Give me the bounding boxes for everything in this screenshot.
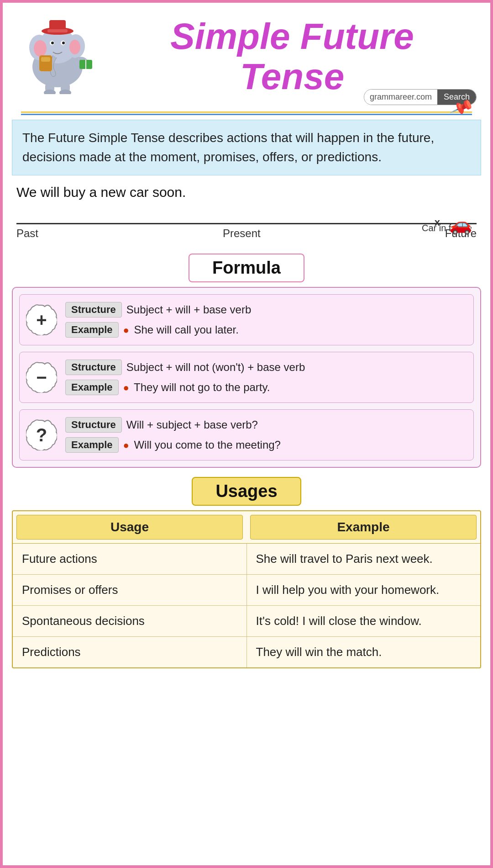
- formula-card-0: + StructureSubject + will + base verbExa…: [19, 294, 474, 345]
- usages-table: Usage Example Future actions She will tr…: [12, 510, 481, 668]
- svg-rect-12: [47, 29, 68, 32]
- example-cell-1: I will help you with your homework.: [247, 575, 481, 605]
- usages-title: Usages: [215, 482, 277, 501]
- usage-cell-2: Spontaneous decisions: [13, 606, 247, 636]
- usages-title-container: Usages: [3, 477, 490, 506]
- usage-cell-3: Predictions: [13, 637, 247, 667]
- structure-row-0: StructureSubject + will + base verb: [65, 302, 466, 318]
- structure-row-2: StructureWill + subject + base verb?: [65, 417, 466, 433]
- title-line1: Simple Future: [170, 16, 414, 57]
- svg-point-5: [69, 40, 80, 54]
- usage-cell-1: Promises or offers: [13, 575, 247, 605]
- svg-rect-14: [41, 57, 50, 62]
- divider-lines: [21, 111, 472, 115]
- svg-point-3: [34, 40, 47, 57]
- formula-card-2: ? StructureWill + subject + base verb?Ex…: [19, 409, 474, 460]
- timeline-labels: Past Present Future: [16, 227, 477, 240]
- formula-icon-0: +: [26, 304, 57, 335]
- example-cell-2: It's cold! I will close the window.: [247, 606, 481, 636]
- description-text: The Future Simple Tense describes action…: [22, 131, 434, 164]
- example-sentence-text: We will buy a new car soon.: [16, 185, 186, 200]
- formula-title-container: Formula: [3, 254, 490, 282]
- example-row-2: Example● Will you come to the meeting?: [65, 437, 466, 453]
- structure-text-0: Subject + will + base verb: [122, 303, 251, 316]
- usages-table-header: Usage Example: [13, 511, 480, 544]
- example-text-1: ● They will not go to the party.: [119, 381, 270, 394]
- usage-cell-0: Future actions: [13, 544, 247, 574]
- svg-point-7: [51, 42, 54, 44]
- title-line2: Tense: [240, 56, 344, 97]
- usages-col1-header: Usage: [16, 515, 243, 540]
- usages-row-2: Spontaneous decisions It's cold! I will …: [13, 606, 480, 637]
- timeline-line: x 🚗: [16, 223, 477, 224]
- usages-col2-header: Example: [250, 515, 477, 540]
- usages-rows: Future actions She will travel to Paris …: [13, 544, 480, 667]
- divider-section: 📌: [12, 111, 481, 115]
- example-sentence: We will buy a new car soon.: [16, 185, 477, 200]
- example-text-0: ● She will call you later.: [119, 323, 239, 336]
- formula-icon-1: −: [26, 362, 57, 393]
- usages-row-3: Predictions They will win the match.: [13, 637, 480, 667]
- timeline: Car in future x 🚗 Past Present Future: [16, 223, 477, 240]
- example-text-2: ● Will you come to the meeting?: [119, 439, 281, 451]
- structure-label-2: Structure: [65, 417, 122, 433]
- formula-cards: + StructureSubject + will + base verbExa…: [12, 287, 481, 468]
- example-label-1: Example: [65, 380, 119, 395]
- example-label-0: Example: [65, 322, 119, 338]
- example-cell-0: She will travel to Paris next week.: [247, 544, 481, 574]
- elephant-svg: [16, 12, 99, 94]
- usages-row-0: Future actions She will travel to Paris …: [13, 544, 480, 575]
- header: Simple Future Tense grammareer.com Searc…: [3, 3, 490, 110]
- timeline-car-icon: 🚗: [449, 214, 472, 235]
- structure-row-1: StructureSubject + will not (won't) + ba…: [65, 360, 466, 375]
- yellow-line: [21, 111, 472, 113]
- formula-title-box: Formula: [189, 254, 304, 282]
- elephant-mascot: [16, 12, 108, 96]
- usages-title-box: Usages: [192, 477, 301, 506]
- blue-line: [21, 114, 472, 115]
- pin-container: 📌: [451, 98, 472, 117]
- example-label-2: Example: [65, 437, 119, 453]
- description-box: The Future Simple Tense describes action…: [12, 120, 481, 175]
- example-row-0: Example● She will call you later.: [65, 322, 466, 338]
- structure-label-0: Structure: [65, 302, 122, 318]
- formula-title: Formula: [212, 258, 281, 277]
- timeline-x-mark: x: [435, 217, 440, 228]
- example-row-1: Example● They will not go to the party.: [65, 380, 466, 395]
- structure-label-1: Structure: [65, 360, 122, 375]
- structure-text-1: Subject + will not (won't) + base verb: [122, 361, 305, 374]
- timeline-past: Past: [16, 227, 38, 240]
- title-container: Simple Future Tense grammareer.com Searc…: [108, 12, 477, 105]
- formula-icon-2: ?: [26, 419, 57, 450]
- svg-point-9: [62, 42, 65, 44]
- main-title: Simple Future Tense: [108, 16, 477, 97]
- formula-card-1: − StructureSubject + will not (won't) + …: [19, 352, 474, 403]
- timeline-present: Present: [223, 227, 261, 240]
- example-cell-3: They will win the match.: [247, 637, 481, 667]
- site-domain: grammareer.com: [364, 90, 437, 105]
- structure-text-2: Will + subject + base verb?: [122, 418, 258, 431]
- pin-icon: 📌: [449, 95, 475, 120]
- usages-row-1: Promises or offers I will help you with …: [13, 575, 480, 606]
